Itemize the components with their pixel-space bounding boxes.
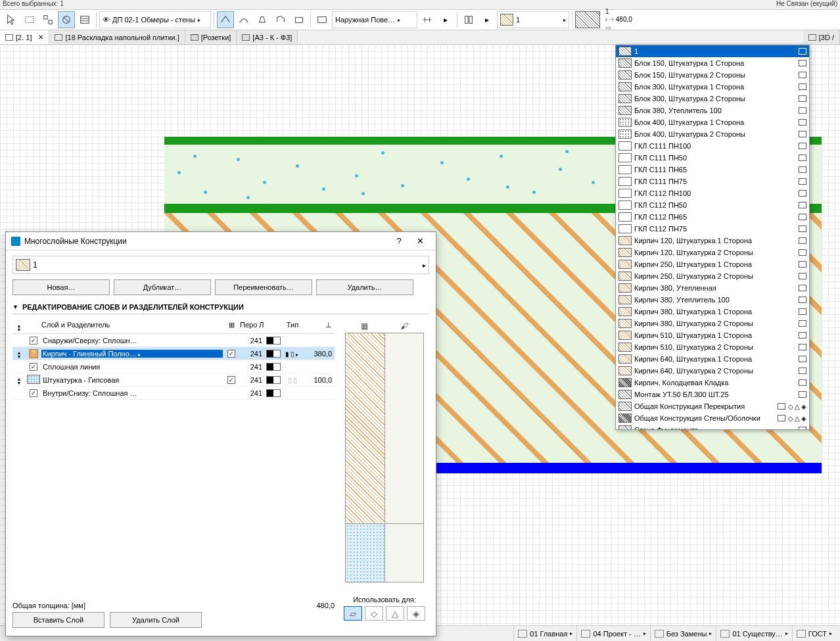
dropdown-item[interactable]: Кирпич 250, Штукатурка 2 Стороны <box>616 270 809 282</box>
duplicate-button[interactable]: Дубликат… <box>114 279 211 295</box>
dropdown-item[interactable]: Кирпич 380, Утепленная <box>616 282 809 294</box>
dropdown-item[interactable]: ГКЛ С112 ПН65 <box>616 211 809 223</box>
pen-number[interactable]: 241 <box>240 350 264 358</box>
dropdown-item[interactable]: Блок 150, Штукатурка 2 Стороны <box>616 69 809 81</box>
tool-suspend[interactable] <box>58 11 75 28</box>
dialog-titlebar[interactable]: Многослойные Конструкции ? ✕ <box>6 232 436 250</box>
construction-mode[interactable] <box>460 11 477 28</box>
layer-thickness[interactable]: 100,0 <box>302 376 335 384</box>
dropdown-arrow-icon: ▸ <box>829 630 832 636</box>
pen-number[interactable]: 241 <box>240 363 264 371</box>
dropdown-item[interactable]: Монтаж УТ.50 БЛ.300 ШТ.25 <box>616 389 809 400</box>
dropdown-item[interactable]: Кирпич, Колодцевая Кладка <box>616 377 809 389</box>
layer-type[interactable]: ▮ ▯▸ <box>283 350 302 358</box>
dropdown-item[interactable]: Блок 300, Штукатурка 2 Стороны <box>616 93 809 105</box>
section-header[interactable]: ▼ РЕДАКТИРОВАНИЕ СЛОЕВ И РАЗДЕЛИТЕЛЕЙ КО… <box>12 300 429 314</box>
layer-row[interactable]: ✓Снаружи/Сверху: Сплошн…241 <box>12 334 335 347</box>
pen-number[interactable]: 241 <box>240 337 264 344</box>
tab-view-3d[interactable]: [3D / <box>803 30 840 44</box>
pen-number[interactable]: 241 <box>240 376 264 384</box>
insert-layer-button[interactable]: Вставить Слой <box>12 612 105 628</box>
dropdown-item[interactable]: Общая Конструкция Перекрытия◇△◈ <box>616 400 809 412</box>
dropdown-item[interactable]: Блок 400, Штукатурка 2 Стороны <box>616 128 809 140</box>
dropdown-item[interactable]: Кирпич 380, Штукатурка 1 Сторона <box>616 306 809 318</box>
dropdown-item[interactable]: Кирпич 120, Штукатурка 1 Сторона <box>616 235 809 247</box>
tab-view-1[interactable]: [2. 1] ✕ <box>0 30 49 44</box>
dropdown-item[interactable]: Стена Фундамента <box>616 424 809 430</box>
tab-view-2[interactable]: [18 Раскладка напольной плитки.] <box>49 30 185 44</box>
dropdown-item[interactable]: ГКЛ С111 ПН65 <box>616 164 809 176</box>
dropdown-item[interactable]: ГКЛ С112 ПН100 <box>616 187 809 199</box>
layers-area: ▲▼ Слой и Разделитель ⊞ Перо Линии Тип ⊥… <box>12 320 429 630</box>
tab-view-3[interactable]: [Розетки] <box>185 30 237 44</box>
layer-thickness[interactable]: 380,0 <box>302 350 335 358</box>
tool-select[interactable] <box>39 11 57 28</box>
dropdown-item[interactable]: ГКЛ С112 ПН75 <box>616 223 809 235</box>
use-slab-icon[interactable]: ◇ <box>365 606 383 621</box>
composite-name-input[interactable]: 1 <box>33 260 37 270</box>
close-button[interactable]: ✕ <box>409 234 431 249</box>
dropdown-item[interactable]: Блок 300, Штукатурка 1 Сторона <box>616 81 809 93</box>
status-item[interactable]: ГОСТ▸ <box>792 626 836 641</box>
tab-label: [3D / <box>819 34 834 41</box>
layer-row[interactable]: ✓Внутри/Снизу: Сплошная …241 <box>12 387 335 400</box>
dropdown-item[interactable]: ГКЛ С112 ПН50 <box>616 199 809 211</box>
construction-mode-arrow[interactable]: ▸ <box>478 11 496 28</box>
use-shell-icon[interactable]: ◈ <box>407 606 425 621</box>
geometry-poly[interactable] <box>272 11 289 28</box>
status-item[interactable]: 01 Главная▸ <box>513 626 576 641</box>
layer-row[interactable]: ▲▼?Кирпич - Глиняный Полно…▸✓241▮ ▯▸380,… <box>12 347 335 360</box>
swatch-icon <box>618 283 632 293</box>
use-wall-icon[interactable]: ▱ <box>344 606 362 621</box>
help-button[interactable]: ? <box>388 234 409 249</box>
dropdown-item[interactable]: Блок 380, Утеплитель 100 <box>616 105 809 116</box>
pen-number[interactable]: 241 <box>240 389 264 397</box>
status-item[interactable]: 04 Проект - …▸ <box>576 626 649 641</box>
status-item[interactable]: Без Замены▸ <box>650 626 716 641</box>
dropdown-item[interactable]: Кирпич 120, Штукатурка 2 Стороны <box>616 247 809 258</box>
tool-arrow[interactable] <box>3 11 20 28</box>
dropdown-item[interactable]: Кирпич 640, Штукатурка 1 Сторона <box>616 353 809 365</box>
use-roof-icon[interactable]: △ <box>386 606 404 621</box>
dropdown-item[interactable]: Кирпич 380, Штукатурка 2 Стороны <box>616 318 809 329</box>
dropdown-item[interactable]: Кирпич 640, Штукатурка 2 Стороны <box>616 365 809 377</box>
dropdown-item[interactable]: Блок 150, Штукатурка 1 Сторона <box>616 57 809 69</box>
layer-type[interactable]: ▯ ▯ <box>283 376 302 384</box>
geometry-straight[interactable] <box>217 11 234 28</box>
profile-icon[interactable] <box>314 11 331 28</box>
preview-plaster <box>346 524 385 582</box>
dropdown-item[interactable]: 1 <box>616 45 809 57</box>
rename-button[interactable]: Переименовать… <box>215 279 312 295</box>
composite-name-row[interactable]: 1 ▸ <box>12 256 429 274</box>
ref-arrow-icon[interactable]: ▸ <box>437 11 454 28</box>
dialog-body: 1 ▸ Новая… Дубликат… Переименовать… Удал… <box>6 250 436 636</box>
composite-dropdown-list[interactable]: 1Блок 150, Штукатурка 1 СторонаБлок 150,… <box>615 45 810 430</box>
dropdown-item[interactable]: Кирпич 510, Штукатурка 2 Стороны <box>616 341 809 353</box>
dropdown-item[interactable]: Общая Конструкция Стены/Оболочки◇△◈ <box>616 412 809 424</box>
dropdown-item[interactable]: ГКЛ С111 ПН100 <box>616 140 809 152</box>
dropdown-item[interactable]: Кирпич 510, Штукатурка 1 Сторона <box>616 329 809 341</box>
tool-marquee[interactable] <box>21 11 38 28</box>
tab-view-4[interactable]: [A3 - К - Ф3] <box>237 30 298 44</box>
geometry-trap[interactable] <box>254 11 271 28</box>
surface-dropdown[interactable]: Наружная Пове… ▸ <box>332 11 417 28</box>
dropdown-arrow-icon[interactable]: ▸ <box>423 262 426 269</box>
composite-selector[interactable]: 1 ▸ <box>497 11 569 28</box>
tool-layer-icon[interactable] <box>76 11 93 28</box>
dropdown-item[interactable]: ГКЛ С111 ПН50 <box>616 152 809 164</box>
delete-button[interactable]: Удалить… <box>316 279 413 295</box>
close-icon[interactable]: ✕ <box>38 34 43 41</box>
dropdown-item[interactable]: Кирпич 380, Утеплитель 100 <box>616 294 809 306</box>
layer-row[interactable]: ✓Сплошная линия241 <box>12 360 335 373</box>
layer-dropdown[interactable]: 👁 ДП 02-1 Обмеры - стены ▸ <box>99 11 211 28</box>
ref-line-icon[interactable] <box>419 11 436 28</box>
layer-row[interactable]: ▲▼Штукатурка - Гипсовая✓241▯ ▯100,0 <box>12 373 335 387</box>
delete-layer-button[interactable]: Удалить Слой <box>110 612 202 628</box>
dropdown-item[interactable]: Кирпич 250, Штукатурка 1 Сторона <box>616 258 809 270</box>
dropdown-item[interactable]: Блок 400, Штукатурка 1 Сторона <box>616 116 809 128</box>
status-item[interactable]: 01 Существу…▸ <box>716 626 791 641</box>
geometry-curved[interactable] <box>235 11 252 28</box>
geometry-rect[interactable] <box>291 11 308 28</box>
new-button[interactable]: Новая… <box>12 279 110 295</box>
dropdown-item[interactable]: ГКЛ С111 ПН75 <box>616 176 809 187</box>
